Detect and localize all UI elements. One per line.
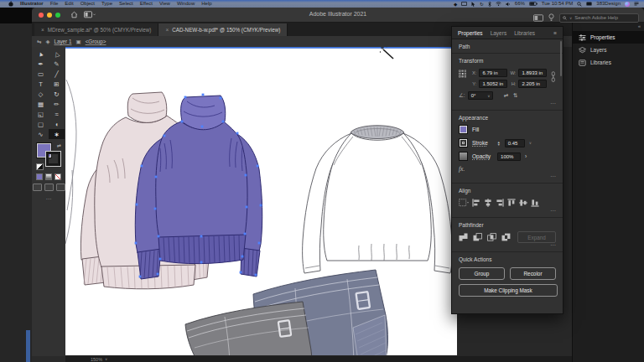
menu-select[interactable]: Select xyxy=(119,0,133,8)
panel-tab-properties[interactable]: Properties xyxy=(458,30,483,36)
artboard-tool[interactable]: ⊞ xyxy=(49,79,65,89)
make-clipping-mask-button[interactable]: Make Clipping Mask xyxy=(459,284,558,297)
panel-tab-libraries[interactable]: Libraries xyxy=(514,30,535,36)
mesh-tool[interactable]: ▦ xyxy=(33,99,49,109)
constrain-proportions-icon[interactable] xyxy=(551,69,556,85)
menu-window[interactable]: Window xyxy=(177,0,195,8)
menu-illustrator[interactable]: Illustrator xyxy=(20,0,44,8)
siri-icon[interactable] xyxy=(625,2,630,7)
pathfinder-exclude-icon[interactable] xyxy=(501,233,511,241)
align-center-horizontal-icon[interactable] xyxy=(484,199,492,207)
pathfinder-more-options[interactable]: ⋯ xyxy=(459,243,556,248)
selected-path-edge[interactable] xyxy=(65,47,457,49)
fill-label[interactable]: Fill xyxy=(472,127,479,132)
pathfinder-unite-icon[interactable] xyxy=(459,233,468,241)
menu-help[interactable]: Help xyxy=(201,0,211,8)
stroke-swatch[interactable] xyxy=(459,138,468,147)
magic-wand-tool[interactable]: ∗ xyxy=(49,129,65,139)
hand-tool[interactable]: ◖ xyxy=(49,119,65,129)
align-top-icon[interactable] xyxy=(507,199,516,207)
account-menu[interactable]: 383Design xyxy=(596,0,621,8)
panel-tab-layers[interactable]: Layers xyxy=(491,30,507,36)
draw-normal-button[interactable] xyxy=(33,184,42,191)
x-field[interactable]: 6.79 in xyxy=(479,69,507,77)
draw-inside-button[interactable] xyxy=(56,184,65,191)
breadcrumb-layer[interactable]: Layer 1 xyxy=(54,39,71,44)
dock-item-properties[interactable]: Properties xyxy=(573,31,644,44)
w-field[interactable]: 1.8933 in xyxy=(518,69,547,77)
default-colors-icon[interactable] xyxy=(36,163,44,170)
width-tool[interactable]: ≈ xyxy=(49,109,65,119)
opacity-field[interactable]: 100% xyxy=(497,153,521,161)
keyboard-panel-icon[interactable] xyxy=(586,2,592,6)
expand-button[interactable]: Expand xyxy=(517,231,556,243)
opacity-icon[interactable] xyxy=(459,152,468,161)
reference-point-icon[interactable] xyxy=(459,69,466,79)
shape-tool[interactable]: ▭ xyxy=(33,69,49,79)
appearance-more-options[interactable]: ⋯ xyxy=(459,174,556,179)
collapse-panels-icon[interactable]: « xyxy=(638,23,641,28)
notification-center-icon[interactable] xyxy=(634,2,639,6)
align-bottom-icon[interactable] xyxy=(531,199,539,207)
menu-type[interactable]: Type xyxy=(101,0,112,8)
draw-behind-button[interactable] xyxy=(44,184,54,191)
pathfinder-intersect-icon[interactable] xyxy=(487,233,496,241)
rotate-tool[interactable]: ↻ xyxy=(49,89,65,99)
align-to-selector-icon[interactable] xyxy=(459,199,469,207)
gpu-performance-icon[interactable] xyxy=(533,10,543,25)
slice-tool[interactable]: ▢ xyxy=(33,119,49,129)
h-field[interactable]: 2.205 in xyxy=(518,80,547,88)
stroke-label[interactable]: Stroke xyxy=(472,140,488,146)
menu-object[interactable]: Object xyxy=(80,0,95,8)
transform-more-options[interactable]: ⋯ xyxy=(459,101,556,106)
stroke-weight-chevron[interactable]: ∨ xyxy=(529,141,532,145)
bluetooth-icon[interactable] xyxy=(488,2,491,7)
color-mode-button[interactable] xyxy=(36,173,43,180)
swap-fill-stroke-icon[interactable]: ⇄ xyxy=(57,142,61,148)
shape-builder-tool[interactable]: ◱ xyxy=(33,109,49,119)
display-mirroring-icon[interactable] xyxy=(461,2,467,6)
paintbrush-tool[interactable]: ╱ xyxy=(49,69,65,79)
menu-clock[interactable]: Tue 10:54 PM xyxy=(542,0,573,8)
breadcrumb-group[interactable]: <Group> xyxy=(86,39,106,44)
dock-item-layers[interactable]: Layers xyxy=(573,44,644,56)
search-scope-chevron[interactable]: ∨ xyxy=(569,16,572,20)
opacity-label[interactable]: Opacity xyxy=(472,153,491,159)
group-button[interactable]: Group xyxy=(459,267,505,280)
dock-item-libraries[interactable]: Libraries xyxy=(573,56,644,69)
align-more-options[interactable]: ⋯ xyxy=(459,209,556,214)
volume-icon[interactable] xyxy=(506,2,511,7)
tab-cad-new[interactable]: × CAD-NEW-b-w.pdf* @ 150% (CMYK/Preview) xyxy=(158,23,288,36)
angle-select[interactable]: 0°∨ xyxy=(468,91,493,100)
align-left-icon[interactable] xyxy=(472,199,480,207)
align-right-icon[interactable] xyxy=(496,199,504,207)
wifi-icon[interactable] xyxy=(496,2,501,6)
gradient-mode-button[interactable] xyxy=(45,173,52,180)
menu-effect[interactable]: Effect xyxy=(140,0,153,8)
panel-menu-icon[interactable]: ≡ xyxy=(553,30,557,36)
pencil-tool[interactable]: ✏ xyxy=(49,99,65,109)
stroke-color-swatch[interactable] xyxy=(46,152,60,166)
lasso-tool[interactable]: ∿ xyxy=(33,129,49,139)
stroke-weight-field[interactable]: 0.45 xyxy=(505,139,525,147)
none-mode-button[interactable] xyxy=(55,173,61,180)
opacity-chevron[interactable]: › xyxy=(525,153,527,159)
edit-toolbar-dots[interactable]: ⋯ xyxy=(32,196,65,203)
tab-close-icon[interactable]: × xyxy=(165,27,169,33)
fx-effects-icon[interactable]: fx. xyxy=(459,165,556,173)
flip-horizontal-icon[interactable]: ⇄ xyxy=(504,92,508,99)
type-tool[interactable]: T xyxy=(33,79,49,89)
window-title-bar[interactable]: Adobe Illustrator 2021 ∨ Search Adobe He… xyxy=(32,8,644,23)
fill-swatch[interactable] xyxy=(459,125,468,134)
pathfinder-minus-front-icon[interactable] xyxy=(473,233,482,241)
zoom-level[interactable]: 150% xyxy=(91,357,102,362)
menu-edit[interactable]: Edit xyxy=(65,0,73,8)
menu-file[interactable]: File xyxy=(50,0,59,8)
recolor-button[interactable]: Recolor xyxy=(510,267,556,280)
stroke-weight-stepper[interactable]: ▲▼ xyxy=(497,141,501,146)
flip-vertical-icon[interactable]: ⇅ xyxy=(513,92,517,99)
align-center-vertical-icon[interactable] xyxy=(519,199,527,207)
menu-view[interactable]: View xyxy=(159,0,170,8)
zoom-chevron-icon[interactable]: ∨ xyxy=(105,357,107,361)
y-field[interactable]: 1.5052 in xyxy=(479,80,507,88)
